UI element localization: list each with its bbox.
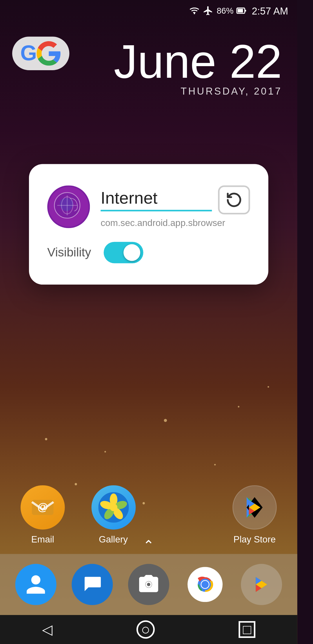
- home-icons-row: @ Email Gallery: [0, 485, 297, 545]
- app-name-field[interactable]: Internet: [101, 189, 212, 211]
- gallery-label: Gallery: [99, 534, 128, 545]
- status-bar: 86% 2:57 AM: [0, 0, 297, 21]
- app-edit-modal: Internet com.sec.android.app.sbrowser Vi…: [29, 164, 268, 285]
- visibility-toggle[interactable]: [103, 242, 143, 263]
- play-store-icon-bg: [232, 485, 277, 530]
- reset-button[interactable]: [218, 185, 250, 214]
- svg-text:@: @: [37, 501, 48, 513]
- chrome-icon: [188, 567, 223, 602]
- google-g-icon: [37, 41, 61, 66]
- contacts-icon: [24, 573, 47, 596]
- modal-header: Internet com.sec.android.app.sbrowser: [47, 185, 250, 228]
- date-day: June 22: [114, 38, 282, 86]
- app-name-row: Internet: [101, 185, 250, 214]
- browser-app-icon: [47, 185, 90, 228]
- nav-bar: ◁ ○ □: [0, 615, 297, 644]
- dock-contacts-icon[interactable]: [15, 564, 57, 605]
- email-icon: @: [30, 494, 56, 520]
- app-drawer-chevron[interactable]: ⌃: [143, 537, 154, 554]
- svg-rect-1: [238, 9, 243, 12]
- email-icon-bg: @: [21, 485, 65, 530]
- visibility-label: Visibility: [47, 246, 91, 259]
- back-button[interactable]: ◁: [42, 621, 53, 638]
- dock-play-store-icon[interactable]: [241, 564, 282, 605]
- play-store-home-icon: [241, 494, 268, 521]
- dock-messages-icon[interactable]: [72, 564, 113, 605]
- visibility-row: Visibility: [47, 242, 250, 263]
- dock-camera-icon[interactable]: [128, 564, 169, 605]
- date-area: June 22 THURSDAY, 2017: [114, 38, 282, 97]
- modal-app-info: Internet com.sec.android.app.sbrowser: [101, 185, 250, 228]
- bottom-dock: [0, 554, 297, 615]
- reset-icon: [226, 191, 243, 208]
- package-name: com.sec.android.app.sbrowser: [101, 218, 250, 228]
- battery-icon: [236, 5, 247, 16]
- gallery-icon-bg: [91, 485, 136, 530]
- google-logo: G: [20, 41, 37, 66]
- messages-icon: [81, 573, 104, 596]
- svg-point-28: [201, 581, 209, 588]
- play-store-dock-icon: [248, 571, 275, 598]
- wifi-icon: [189, 5, 200, 16]
- svg-point-18: [110, 504, 117, 511]
- battery-percent: 86%: [217, 6, 234, 15]
- dock-chrome-icon[interactable]: [185, 564, 226, 605]
- status-icons: 86% 2:57 AM: [189, 5, 288, 16]
- home-button[interactable]: ○: [137, 620, 155, 638]
- google-search-widget[interactable]: G: [12, 37, 69, 70]
- play-store-label: Play Store: [234, 534, 276, 545]
- time-display: 2:57 AM: [252, 5, 288, 16]
- recent-apps-button[interactable]: □: [239, 621, 255, 638]
- app-icon-play-store[interactable]: Play Store: [227, 485, 282, 545]
- toggle-knob: [123, 244, 140, 261]
- app-icon-gallery[interactable]: Gallery: [86, 485, 141, 545]
- svg-rect-2: [245, 10, 246, 12]
- airplane-icon: [203, 5, 214, 16]
- camera-icon: [137, 573, 160, 596]
- app-icon-email[interactable]: @ Email: [15, 485, 70, 545]
- gallery-icon: [98, 492, 128, 523]
- email-label: Email: [31, 534, 54, 545]
